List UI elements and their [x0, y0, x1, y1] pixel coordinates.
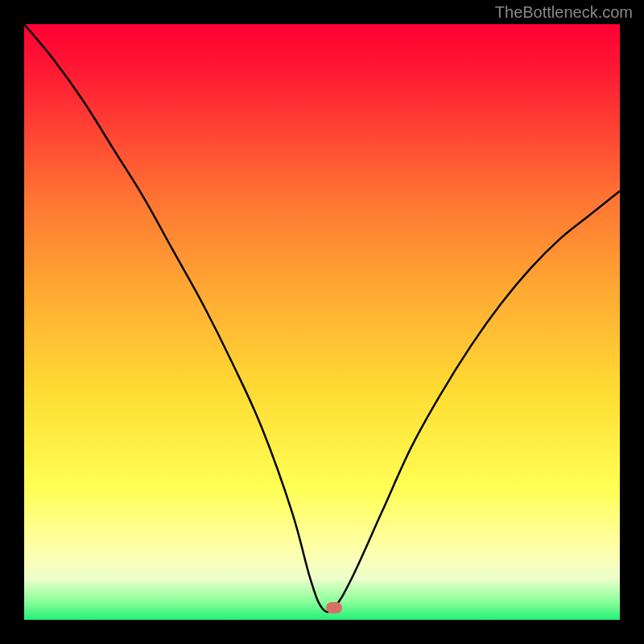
optimal-point-marker [326, 602, 342, 613]
bottleneck-curve [24, 24, 620, 620]
chart-container: TheBottleneck.com [0, 0, 644, 644]
plot-area [24, 24, 620, 620]
watermark-text: TheBottleneck.com [495, 3, 633, 22]
